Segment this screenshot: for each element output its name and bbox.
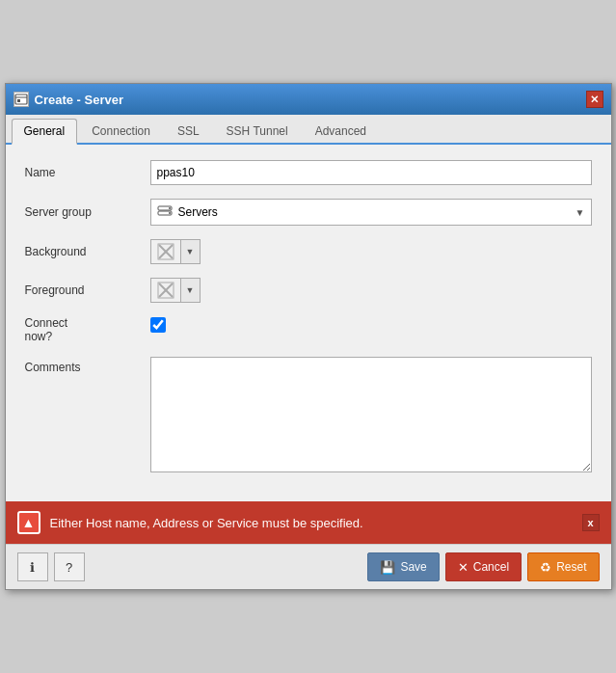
tab-ssl[interactable]: SSL bbox=[165, 119, 212, 143]
reset-icon: ♻ bbox=[540, 560, 551, 575]
connect-now-checkbox[interactable] bbox=[150, 317, 166, 333]
svg-point-5 bbox=[169, 207, 171, 209]
svg-rect-0 bbox=[15, 94, 27, 104]
reset-label: Reset bbox=[556, 560, 586, 574]
error-close-button[interactable]: x bbox=[582, 514, 600, 531]
save-icon: 💾 bbox=[380, 560, 395, 575]
name-label: Name bbox=[25, 166, 150, 179]
tab-bar: General Connection SSL SSH Tunnel Advanc… bbox=[6, 115, 611, 145]
server-group-arrow: ▼ bbox=[576, 207, 585, 218]
comments-textarea[interactable] bbox=[150, 357, 592, 472]
save-button[interactable]: 💾 Save bbox=[367, 552, 439, 581]
error-warning-icon: ▲ bbox=[17, 511, 40, 534]
foreground-row: Foreground ▼ bbox=[25, 278, 592, 303]
error-message: Either Host name, Address or Service mus… bbox=[50, 516, 573, 530]
error-bar: ▲ Either Host name, Address or Service m… bbox=[6, 501, 611, 544]
cancel-label: Cancel bbox=[473, 560, 509, 574]
window-title: Create - Server bbox=[35, 93, 124, 107]
svg-point-6 bbox=[169, 212, 171, 214]
connect-now-row: Connectnow? bbox=[25, 316, 592, 343]
tab-advanced[interactable]: Advanced bbox=[303, 119, 379, 143]
tab-ssh-tunnel[interactable]: SSH Tunnel bbox=[214, 119, 301, 143]
footer-left: ℹ ? bbox=[17, 552, 85, 581]
reset-button[interactable]: ♻ Reset bbox=[527, 552, 599, 581]
server-group-label: Server group bbox=[25, 205, 150, 219]
create-server-dialog: Create - Server ✕ General Connection SSL… bbox=[5, 83, 612, 590]
foreground-color-picker: ▼ bbox=[150, 278, 201, 303]
background-color-dropdown[interactable]: ▼ bbox=[181, 239, 201, 264]
foreground-label: Foreground bbox=[25, 283, 150, 297]
server-group-value: Servers bbox=[178, 205, 218, 219]
connect-now-label: Connectnow? bbox=[25, 316, 150, 343]
tab-general[interactable]: General bbox=[12, 119, 78, 145]
name-row: Name bbox=[25, 160, 592, 185]
comments-label: Comments bbox=[25, 357, 150, 374]
title-bar: Create - Server ✕ bbox=[6, 84, 611, 115]
save-label: Save bbox=[400, 560, 426, 574]
window-icon bbox=[13, 92, 29, 107]
footer: ℹ ? 💾 Save ✕ Cancel ♻ Reset bbox=[6, 544, 611, 589]
window-close-button[interactable]: ✕ bbox=[586, 91, 603, 108]
background-color-box[interactable] bbox=[150, 239, 181, 264]
tab-connection[interactable]: Connection bbox=[79, 119, 163, 143]
info-button[interactable]: ℹ bbox=[17, 552, 48, 581]
server-group-select[interactable]: Servers ▼ bbox=[150, 199, 592, 226]
background-color-picker: ▼ bbox=[150, 239, 201, 264]
comments-row: Comments bbox=[25, 357, 592, 472]
cancel-icon: ✕ bbox=[458, 560, 469, 575]
svg-rect-2 bbox=[17, 99, 20, 102]
name-input[interactable] bbox=[150, 160, 592, 185]
cancel-button[interactable]: ✕ Cancel bbox=[445, 552, 522, 581]
background-row: Background ▼ bbox=[25, 239, 592, 264]
help-button[interactable]: ? bbox=[54, 552, 85, 581]
footer-right: 💾 Save ✕ Cancel ♻ Reset bbox=[367, 552, 599, 581]
foreground-color-dropdown[interactable]: ▼ bbox=[181, 278, 201, 303]
server-group-row: Server group Servers ▼ bbox=[25, 199, 592, 226]
form-content: Name Server group Servers ▼ bbox=[6, 145, 611, 501]
server-group-icon bbox=[157, 205, 173, 219]
background-label: Background bbox=[25, 245, 150, 258]
title-bar-left: Create - Server bbox=[13, 92, 124, 107]
foreground-color-box[interactable] bbox=[150, 278, 181, 303]
